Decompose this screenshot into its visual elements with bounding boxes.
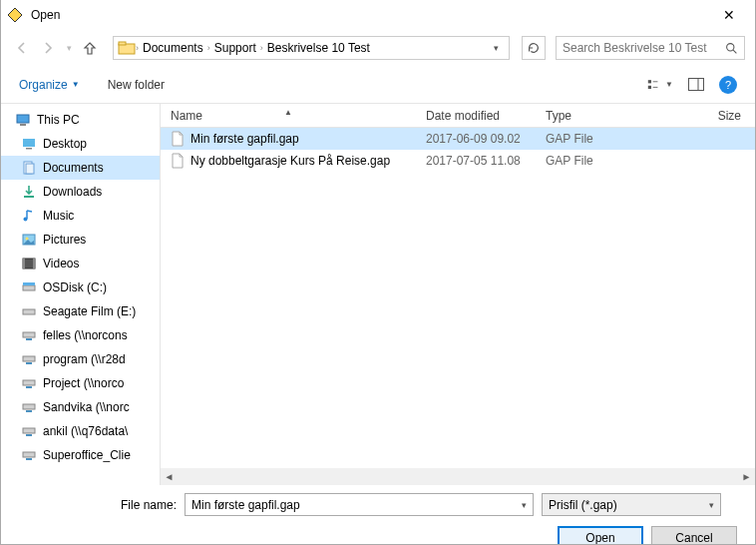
scroll-right-icon[interactable]: ►	[738, 468, 755, 485]
scrollbar-track[interactable]	[194, 468, 721, 485]
network-drive-icon	[21, 351, 37, 367]
network-drive-icon	[21, 327, 37, 343]
close-button[interactable]: ✕	[709, 7, 749, 23]
horizontal-scrollbar[interactable]: ◄ ►	[161, 468, 755, 485]
network-drive-icon	[21, 447, 37, 463]
tree-osdisk[interactable]: OSDisk (C:)	[1, 275, 160, 299]
drive-icon	[21, 279, 37, 295]
svg-rect-6	[648, 85, 651, 88]
filter-label: Prisfil (*.gap)	[549, 498, 709, 512]
svg-point-18	[24, 218, 28, 222]
file-date: 2017-06-09 09.02	[416, 132, 536, 146]
scroll-left-icon[interactable]: ◄	[161, 468, 178, 485]
search-icon[interactable]	[725, 42, 738, 55]
sort-indicator-icon: ▲	[284, 108, 292, 117]
file-date: 2017-07-05 11.08	[416, 154, 536, 168]
back-button	[11, 37, 33, 59]
documents-icon	[21, 160, 37, 176]
tree-label: Pictures	[43, 233, 86, 247]
file-row[interactable]: Ny dobbeltgarasje Kurs På Reise.gap 2017…	[161, 150, 755, 172]
tree-ankil[interactable]: ankil (\\q76data\	[1, 419, 160, 443]
navigation-tree[interactable]: This PC Desktop Documents Downloads Musi…	[1, 104, 161, 485]
column-date[interactable]: Date modified	[416, 109, 536, 123]
cancel-button[interactable]: Cancel	[651, 526, 737, 545]
toolbar: Organize ▼ New folder ▼ ?	[1, 66, 755, 104]
svg-marker-0	[8, 8, 22, 22]
tree-this-pc[interactable]: This PC	[1, 108, 160, 132]
chevron-down-icon[interactable]: ▾	[709, 500, 714, 510]
chevron-down-icon[interactable]: ▾	[522, 500, 527, 510]
search-box[interactable]	[556, 36, 745, 60]
view-options-button[interactable]: ▼	[647, 74, 673, 96]
svg-rect-37	[23, 452, 35, 457]
help-button[interactable]: ?	[719, 76, 737, 94]
svg-rect-25	[23, 282, 35, 285]
folder-icon	[118, 39, 136, 57]
tree-label: OSDisk (C:)	[43, 280, 107, 294]
file-list[interactable]: Min første gapfil.gap 2017-06-09 09.02 G…	[161, 128, 755, 468]
svg-rect-32	[26, 386, 32, 388]
address-bar[interactable]: › Documents › Support › Beskrivelse 10 T…	[113, 36, 510, 60]
tree-label: ankil (\\q76data\	[43, 424, 128, 438]
column-type[interactable]: Type	[536, 109, 635, 123]
up-button[interactable]	[79, 37, 101, 59]
tree-label: Superoffice_Clie	[43, 448, 131, 462]
dialog-footer: File name: ▾ Prisfil (*.gap) ▾ Open Canc…	[1, 485, 755, 545]
tree-documents[interactable]: Documents	[1, 156, 160, 180]
svg-rect-27	[23, 332, 35, 337]
tree-music[interactable]: Music	[1, 204, 160, 228]
file-icon	[171, 131, 185, 147]
tree-sandvika[interactable]: Sandvika (\\norc	[1, 395, 160, 419]
address-dropdown[interactable]: ▾	[488, 43, 505, 53]
tree-felles[interactable]: felles (\\norcons	[1, 323, 160, 347]
svg-rect-22	[23, 259, 25, 269]
file-name: Ny dobbeltgarasje Kurs På Reise.gap	[190, 154, 390, 168]
tree-label: Videos	[43, 257, 79, 271]
filename-combobox[interactable]: ▾	[185, 493, 534, 516]
svg-rect-23	[33, 259, 35, 269]
column-headers: Name ▲ Date modified Type Size	[161, 104, 755, 128]
svg-rect-2	[119, 42, 126, 45]
svg-rect-34	[26, 410, 32, 412]
svg-line-4	[733, 50, 736, 53]
tree-downloads[interactable]: Downloads	[1, 180, 160, 204]
tree-pictures[interactable]: Pictures	[1, 228, 160, 252]
title-bar: Open ✕	[1, 0, 755, 30]
tree-videos[interactable]: Videos	[1, 252, 160, 275]
breadcrumb-support[interactable]: Support	[210, 41, 260, 55]
svg-rect-24	[23, 285, 35, 290]
svg-rect-28	[26, 338, 32, 340]
network-drive-icon	[21, 399, 37, 415]
filename-input[interactable]	[191, 498, 522, 512]
file-row[interactable]: Min første gapfil.gap 2017-06-09 09.02 G…	[161, 128, 755, 150]
refresh-button[interactable]	[522, 36, 546, 60]
organize-menu[interactable]: Organize ▼	[19, 78, 80, 92]
svg-rect-35	[23, 428, 35, 433]
tree-seagate[interactable]: Seagate Film (E:)	[1, 299, 160, 323]
column-name[interactable]: Name ▲	[161, 109, 416, 123]
filename-label: File name:	[17, 498, 177, 512]
search-input[interactable]	[563, 41, 725, 55]
tree-label: Project (\\norco	[43, 376, 124, 390]
new-folder-button[interactable]: New folder	[108, 78, 165, 92]
tree-program[interactable]: program (\\r28d	[1, 347, 160, 371]
breadcrumb-current[interactable]: Beskrivelse 10 Test	[263, 41, 374, 55]
tree-label: felles (\\norcons	[43, 328, 128, 342]
tree-project[interactable]: Project (\\norco	[1, 371, 160, 395]
app-icon	[7, 7, 23, 23]
tree-superoffice[interactable]: Superoffice_Clie	[1, 443, 160, 467]
filetype-filter[interactable]: Prisfil (*.gap) ▾	[542, 493, 721, 516]
file-type: GAP File	[536, 154, 635, 168]
preview-pane-button[interactable]	[683, 74, 709, 96]
pc-icon	[15, 112, 31, 128]
open-button[interactable]: Open	[558, 526, 643, 545]
chevron-down-icon: ▼	[72, 80, 80, 89]
column-size[interactable]: Size	[635, 109, 755, 123]
file-icon	[171, 153, 185, 169]
breadcrumb-documents[interactable]: Documents	[139, 41, 207, 55]
svg-rect-11	[17, 115, 29, 123]
window-title: Open	[31, 8, 709, 22]
recent-dropdown[interactable]: ▾	[63, 37, 75, 59]
tree-desktop[interactable]: Desktop	[1, 132, 160, 156]
navigation-row: ▾ › Documents › Support › Beskrivelse 10…	[1, 30, 755, 66]
